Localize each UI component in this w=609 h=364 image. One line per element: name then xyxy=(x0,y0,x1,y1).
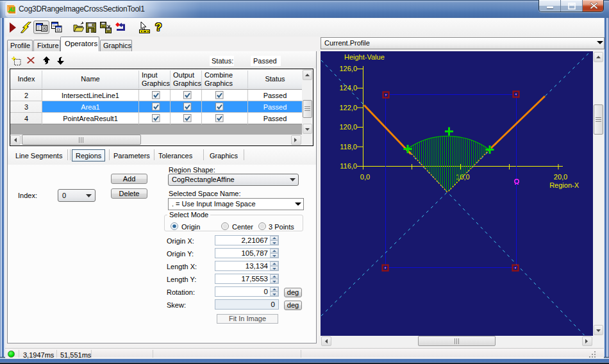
svg-text:0,0: 0,0 xyxy=(360,173,370,181)
svg-text:120,0: 120,0 xyxy=(339,123,357,131)
svg-text:20,0: 20,0 xyxy=(554,173,567,181)
svg-text:116,0: 116,0 xyxy=(340,162,357,170)
svg-text:Region-X: Region-X xyxy=(549,181,580,189)
svg-text:126,0: 126,0 xyxy=(339,65,357,72)
svg-text:Height-Value: Height-Value xyxy=(344,53,385,61)
svg-text:122,0: 122,0 xyxy=(339,104,357,112)
svg-text:118,0: 118,0 xyxy=(340,143,357,151)
svg-text:124,0: 124,0 xyxy=(339,84,357,92)
